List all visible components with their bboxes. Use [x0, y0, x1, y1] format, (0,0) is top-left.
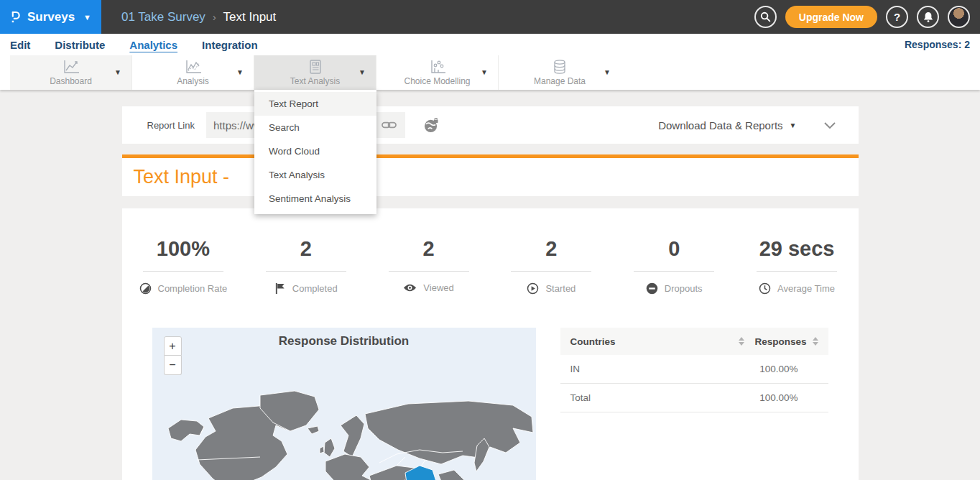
- stat-dropouts: 0 Dropouts: [613, 237, 736, 295]
- eye-icon: [403, 283, 417, 292]
- stat-label: Started: [545, 283, 575, 294]
- text-analysis-icon: [307, 59, 324, 75]
- search-icon: [760, 11, 771, 22]
- chevron-down-icon: ▼: [359, 68, 366, 76]
- tab-label: Analysis: [132, 76, 254, 86]
- download-data-reports-dropdown[interactable]: Download Data & Reports ▼: [658, 119, 796, 131]
- globe-lock-icon: [424, 118, 439, 133]
- product-switcher[interactable]: Surveys ▼: [0, 0, 101, 34]
- responses-cell: 100.00%: [759, 364, 818, 374]
- dashboard-chart-icon: [62, 59, 80, 75]
- report-link-label: Report Link: [147, 120, 195, 131]
- product-name: Surveys: [27, 10, 75, 24]
- upgrade-now-button[interactable]: Upgrade Now: [785, 6, 877, 28]
- flag-icon: [274, 282, 286, 295]
- response-distribution-map[interactable]: Response Distribution + −: [152, 328, 536, 480]
- chevron-down-icon: [824, 122, 836, 129]
- report-link-bar: Report Link Download Data & Reports ▼: [122, 106, 859, 144]
- tab-text-analysis[interactable]: ▼ Text Analysis: [254, 55, 376, 90]
- stat-value: 100%: [122, 237, 245, 261]
- stats-row: 100% Completion Rate 2: [122, 237, 859, 295]
- collapse-section-button[interactable]: [824, 122, 836, 129]
- copy-link-button[interactable]: [380, 120, 398, 130]
- question-title-bar: Text Input -: [122, 158, 859, 196]
- help-button[interactable]: ?: [886, 6, 908, 28]
- tab-manage-data[interactable]: ▼ Manage Data: [499, 55, 621, 90]
- stat-value: 2: [490, 237, 613, 261]
- map-zoom-out-button[interactable]: −: [164, 356, 182, 375]
- menu-item-text-report[interactable]: Text Report: [254, 92, 376, 116]
- column-header-responses[interactable]: Responses: [754, 336, 806, 347]
- text-analysis-dropdown-menu: Text Report Search Word Cloud Text Analy…: [254, 90, 376, 214]
- link-icon: [382, 120, 397, 130]
- stat-label: Completed: [292, 283, 338, 294]
- questionpro-logo-icon: [10, 8, 20, 27]
- analytics-toolbar: ▼ Dashboard ▼ Analysis ▼ Text Analysis: [0, 55, 980, 90]
- bell-icon: [923, 11, 933, 22]
- breadcrumb-current-page: Text Input: [223, 10, 277, 24]
- map-zoom-in-button[interactable]: +: [164, 336, 182, 356]
- chevron-down-icon: ▼: [481, 68, 488, 76]
- tab-label: Text Analysis: [254, 76, 376, 86]
- stat-label: Viewed: [423, 282, 453, 293]
- header-actions: Upgrade Now ?: [754, 0, 980, 34]
- country-cell: Total: [570, 392, 591, 403]
- nav-item-integration[interactable]: Integration: [202, 39, 258, 51]
- breadcrumb-survey-link[interactable]: 01 Take Survey: [121, 10, 205, 24]
- nav-item-distribute[interactable]: Distribute: [55, 39, 105, 51]
- survey-nav: Edit Distribute Analytics Integration Re…: [0, 34, 980, 55]
- play-icon: [527, 282, 539, 295]
- sort-countries-control[interactable]: [739, 337, 744, 346]
- stat-average-time: 29 secs Average Time: [736, 237, 859, 295]
- menu-item-search[interactable]: Search: [254, 116, 376, 139]
- menu-item-word-cloud[interactable]: Word Cloud: [254, 139, 376, 163]
- minus-circle-icon: [646, 282, 658, 295]
- stat-value: 29 secs: [736, 237, 859, 261]
- clock-icon: [759, 282, 771, 295]
- public-report-button[interactable]: [424, 118, 439, 133]
- map-zoom-control: + −: [164, 336, 182, 375]
- analysis-chart-icon: [184, 59, 203, 75]
- chevron-down-icon: ▼: [114, 68, 121, 76]
- tab-label: Manage Data: [499, 76, 621, 86]
- tab-label: Dashboard: [10, 76, 131, 86]
- table-row: IN 100.00%: [560, 355, 828, 384]
- world-map[interactable]: [152, 388, 536, 480]
- download-label: Download Data & Reports: [658, 119, 782, 131]
- map-title: Response Distribution: [152, 328, 536, 349]
- chevron-down-icon: ▼: [790, 121, 797, 129]
- tab-choice-modelling[interactable]: ▼ Choice Modelling: [376, 55, 499, 90]
- stat-completed: 2 Completed: [244, 237, 367, 295]
- question-mark-icon: ?: [894, 11, 900, 23]
- countries-table-header: Countries Responses: [560, 328, 828, 355]
- tab-analysis[interactable]: ▼ Analysis: [132, 55, 254, 90]
- stat-started: 2 Started: [490, 237, 613, 295]
- stat-value: 2: [367, 237, 490, 261]
- notifications-button[interactable]: [917, 6, 939, 28]
- stat-completion-rate: 100% Completion Rate: [122, 237, 245, 295]
- nav-item-analytics[interactable]: Analytics: [129, 39, 177, 51]
- menu-item-text-analysis[interactable]: Text Analysis: [254, 163, 376, 187]
- stat-label: Dropouts: [665, 283, 703, 294]
- tab-dashboard[interactable]: ▼ Dashboard: [10, 55, 132, 90]
- stat-value: 0: [613, 237, 736, 261]
- chevron-down-icon: ▼: [604, 68, 611, 76]
- nav-item-edit[interactable]: Edit: [10, 39, 30, 51]
- database-icon: [551, 59, 568, 75]
- completion-rate-icon: [139, 282, 152, 295]
- top-header: Surveys ▼ 01 Take Survey › Text Input Up…: [0, 0, 980, 34]
- analytics-panel: 100% Completion Rate 2: [122, 208, 859, 480]
- chevron-down-icon: ▼: [236, 68, 244, 76]
- breadcrumb: 01 Take Survey › Text Input: [101, 0, 276, 34]
- chevron-down-icon: ▼: [83, 13, 91, 22]
- user-avatar[interactable]: [948, 6, 970, 28]
- choice-modelling-icon: [428, 59, 447, 75]
- responses-count: Responses: 2: [905, 39, 970, 50]
- breadcrumb-separator: ›: [213, 11, 216, 23]
- question-title: Text Input -: [134, 166, 230, 188]
- search-button[interactable]: [754, 6, 777, 28]
- sort-responses-control[interactable]: [813, 337, 818, 346]
- stat-viewed: 2 Viewed: [367, 237, 490, 295]
- column-header-countries[interactable]: Countries: [570, 336, 616, 347]
- menu-item-sentiment-analysis[interactable]: Sentiment Analysis: [254, 187, 376, 211]
